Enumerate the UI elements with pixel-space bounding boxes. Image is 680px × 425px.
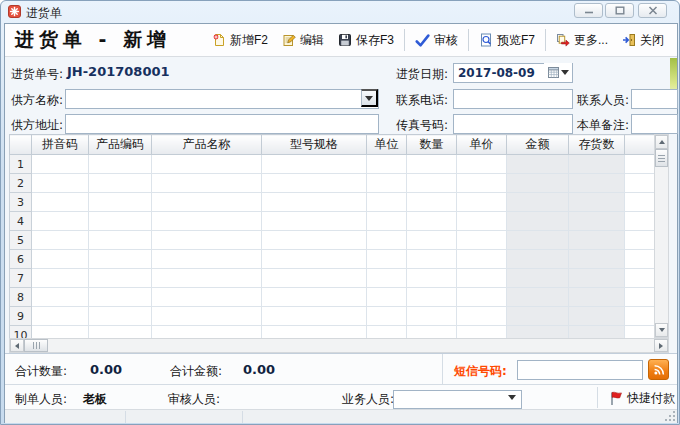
grid-cell[interactable] [152,250,262,269]
salesman-input[interactable] [393,390,522,409]
grid-cell[interactable] [507,307,569,326]
contact-phone-input[interactable] [453,89,573,109]
grid-cell[interactable] [457,326,507,339]
grid-cell[interactable] [262,288,367,307]
row-number[interactable]: 4 [10,212,32,231]
grid-cell[interactable] [507,250,569,269]
horizontal-scroll-thumb[interactable] [24,339,48,352]
date-picker-button[interactable] [544,63,572,81]
col-header-stock[interactable]: 存货数 [569,135,625,155]
grid-cell[interactable] [367,231,407,250]
vertical-scroll-thumb[interactable] [655,149,668,167]
col-header-product-name[interactable]: 产品名称 [152,135,262,155]
grid-cell[interactable] [507,155,569,174]
grid-cell[interactable] [367,326,407,339]
grid-cell[interactable] [457,231,507,250]
row-number[interactable]: 6 [10,250,32,269]
row-number[interactable]: 10 [10,326,32,339]
grid-cell[interactable] [89,231,152,250]
grid-cell[interactable] [89,174,152,193]
col-header-unit[interactable]: 单位 [367,135,407,155]
sms-send-button[interactable] [648,359,669,380]
row-number[interactable]: 9 [10,307,32,326]
grid-cell[interactable] [152,174,262,193]
grid-cell[interactable] [507,231,569,250]
grid-cell[interactable] [407,307,457,326]
grid-cell[interactable] [367,307,407,326]
grid-cell[interactable] [367,250,407,269]
grid-cell[interactable] [152,212,262,231]
grid-cell[interactable] [367,212,407,231]
grid-cell[interactable] [32,307,89,326]
grid-cell[interactable] [569,174,625,193]
grid-cell[interactable] [32,155,89,174]
scroll-up-button[interactable] [655,135,668,149]
remark-input[interactable] [631,114,678,134]
row-number[interactable]: 5 [10,231,32,250]
resize-grip[interactable] [665,411,675,421]
fax-input[interactable] [453,114,573,134]
grid-cell[interactable] [262,250,367,269]
grid-cell[interactable] [569,212,625,231]
grid-cell[interactable] [152,155,262,174]
grid-cell[interactable] [32,212,89,231]
grid-cell[interactable] [32,231,89,250]
grid-cell[interactable] [32,288,89,307]
grid-cell[interactable] [407,250,457,269]
grid-cell[interactable] [152,288,262,307]
row-number[interactable]: 3 [10,193,32,212]
grid-cell[interactable] [89,155,152,174]
grid-cell[interactable] [407,231,457,250]
grid-cell[interactable] [407,212,457,231]
grid-cell[interactable] [89,193,152,212]
scroll-left-button[interactable] [10,339,24,352]
col-header-unit-price[interactable]: 单价 [457,135,507,155]
grid-cell[interactable] [32,326,89,339]
row-number[interactable]: 1 [10,155,32,174]
col-header-quantity[interactable]: 数量 [407,135,457,155]
grid-cell[interactable] [152,307,262,326]
grid-cell[interactable] [152,193,262,212]
grid-cell[interactable] [262,174,367,193]
supplier-name-input[interactable] [65,89,379,109]
grid-cell[interactable] [89,307,152,326]
horizontal-scrollbar[interactable] [9,338,669,353]
row-number[interactable]: 2 [10,174,32,193]
grid-cell[interactable] [569,269,625,288]
maximize-button[interactable] [605,3,634,18]
new-button[interactable]: 新增F2 [205,29,275,52]
close-form-button[interactable]: 关闭 [615,29,671,52]
grid-cell[interactable] [262,212,367,231]
grid-cell[interactable] [507,212,569,231]
grid-cell[interactable] [262,269,367,288]
grid-cell[interactable] [569,288,625,307]
grid-cell[interactable] [407,155,457,174]
grid-cell[interactable] [569,250,625,269]
col-header-pinyin[interactable]: 拼音码 [32,135,89,155]
grid-cell[interactable] [457,307,507,326]
scroll-right-button[interactable] [654,339,668,352]
save-button[interactable]: 保存F3 [331,29,401,52]
grid-cell[interactable] [262,326,367,339]
minimize-button[interactable] [574,3,603,18]
supplier-dropdown-button[interactable] [361,89,378,107]
grid-cell[interactable] [457,250,507,269]
grid-cell[interactable] [262,193,367,212]
preview-button[interactable]: 预览F7 [472,29,542,52]
grid-cell[interactable] [262,307,367,326]
grid-cell[interactable] [32,174,89,193]
grid-cell[interactable] [152,326,262,339]
col-header-amount[interactable]: 金额 [507,135,569,155]
grid-cell[interactable] [89,250,152,269]
vertical-scrollbar[interactable] [654,134,669,338]
dropdown-arrow-icon[interactable] [508,395,516,400]
grid-cell[interactable] [367,288,407,307]
grid-cell[interactable] [367,193,407,212]
edit-button[interactable]: 编辑 [275,29,331,52]
grid-cell[interactable] [457,193,507,212]
supplier-address-input[interactable] [65,114,379,134]
grid-cell[interactable] [569,326,625,339]
grid-cell[interactable] [457,288,507,307]
grid-cell[interactable] [507,193,569,212]
grid-cell[interactable] [367,269,407,288]
